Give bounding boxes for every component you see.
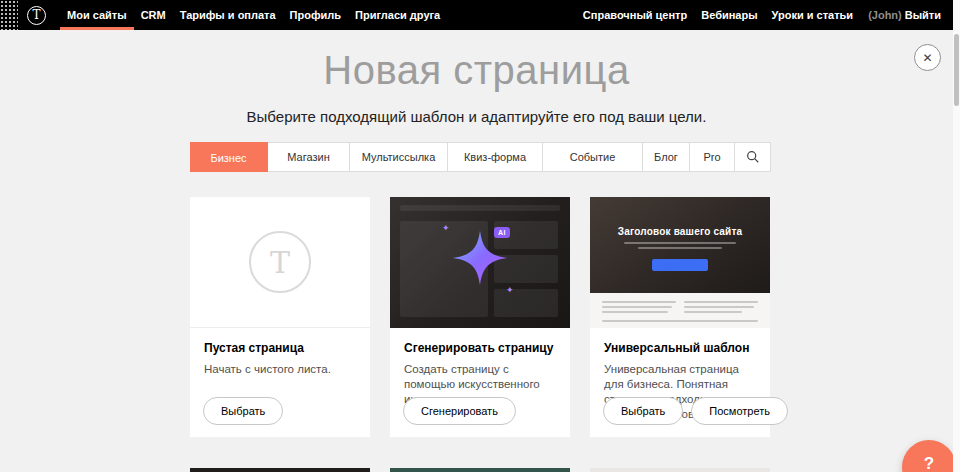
scrollbar-thumb[interactable] (954, 34, 959, 106)
tab-quiz-form[interactable]: Квиз-форма (448, 143, 543, 171)
nav-lessons[interactable]: Уроки и статьи (765, 0, 861, 30)
preview-hero: Заголовок вашего сайта (590, 197, 770, 293)
preview-line (602, 306, 672, 308)
preview-line (624, 242, 736, 244)
preview-button (652, 259, 708, 271)
card-body: Пустая страница Начать с чистого листа. (190, 328, 370, 377)
nav-crm[interactable]: CRM (134, 0, 173, 30)
nav-help-center[interactable]: Справочный центр (576, 0, 694, 30)
card-template (390, 468, 570, 472)
generate-button[interactable]: Сгенерировать (403, 397, 516, 425)
tab-business[interactable]: Бизнес (190, 142, 268, 172)
tilda-logo-watermark: T (249, 231, 311, 293)
texture-pattern (0, 0, 18, 30)
ai-badge: AI (494, 227, 510, 238)
card-title: Сгенерировать страницу (404, 341, 556, 355)
template-preview (390, 468, 570, 472)
template-preview (590, 468, 770, 472)
close-button[interactable]: ✕ (914, 44, 941, 71)
question-mark-icon: ? (924, 454, 934, 472)
preview-heading: Заголовок вашего сайта (590, 226, 770, 237)
logout-link[interactable]: Выйти (902, 9, 943, 21)
tab-blog[interactable]: Блог (643, 143, 690, 171)
card-body: Сгенерировать страницу Создать страницу … (390, 328, 570, 407)
card-actions: Выбрать Посмотреть (603, 397, 788, 425)
sparkle-icon: ✦ (506, 285, 514, 295)
scrollbar-track (953, 0, 960, 472)
tab-multilink[interactable]: Мультиссылка (350, 143, 448, 171)
template-preview (190, 468, 370, 472)
preview-line (684, 306, 754, 308)
tab-pro[interactable]: Pro (690, 143, 735, 171)
preview-line (602, 320, 758, 322)
topbar: T Мои сайты CRM Тарифы и оплата Профиль … (0, 0, 953, 30)
nav-webinars[interactable]: Вебинары (694, 0, 764, 30)
card-template (590, 468, 770, 472)
template-category-tabs: Бизнес Магазин Мультиссылка Квиз-форма С… (190, 142, 771, 172)
preview-line (684, 301, 758, 303)
card-description: Начать с чистого листа. (204, 362, 356, 377)
card-actions: Сгенерировать (403, 397, 516, 425)
card-blank-page: T Пустая страница Начать с чистого листа… (190, 197, 370, 437)
nav-left: Мои сайты CRM Тарифы и оплата Профиль Пр… (60, 0, 447, 30)
card-title: Пустая страница (204, 341, 356, 355)
preview-button[interactable]: Посмотреть (691, 397, 788, 425)
screen: T Мои сайты CRM Тарифы и оплата Профиль … (0, 0, 960, 472)
close-icon: ✕ (922, 51, 932, 65)
card-template (190, 468, 370, 472)
card-title: Универсальный шаблон (604, 341, 756, 355)
preview-line (638, 247, 722, 249)
template-grid: T Пустая страница Начать с чистого листа… (190, 197, 771, 472)
tab-search[interactable] (735, 143, 770, 171)
tab-store[interactable]: Магазин (268, 143, 350, 171)
tilda-logo-letter: T (32, 8, 40, 22)
tilda-logo[interactable]: T (27, 6, 46, 25)
choose-button[interactable]: Выбрать (203, 397, 283, 425)
nav-profile[interactable]: Профиль (283, 0, 348, 30)
tilda-logo-watermark-letter: T (270, 245, 290, 280)
preview-block (494, 289, 558, 317)
nav-tariffs[interactable]: Тарифы и оплата (173, 0, 283, 30)
preview-line (684, 311, 742, 313)
preview-line (602, 311, 668, 313)
ai-generate-preview: AI ✦ ✦ (390, 197, 570, 328)
tab-event[interactable]: Событие (543, 143, 643, 171)
nav-my-sites[interactable]: Мои сайты (60, 0, 134, 30)
nav-right: Справочный центр Вебинары Уроки и статьи… (576, 0, 943, 30)
sparkle-icon: ✦ (442, 223, 450, 233)
blank-page-preview: T (190, 197, 370, 328)
preview-text-section (590, 293, 770, 328)
help-button[interactable]: ? (902, 440, 956, 472)
preview-line (400, 205, 560, 211)
card-actions: Выбрать (203, 397, 283, 425)
universal-template-preview: Заголовок вашего сайта (590, 197, 770, 328)
nav-invite-friend[interactable]: Пригласи друга (348, 0, 447, 30)
user-name: (John) (860, 9, 902, 21)
page-title: Новая страница (0, 48, 953, 93)
page-subtitle: Выберите подходящий шаблон и адаптируйте… (0, 108, 953, 125)
choose-button[interactable]: Выбрать (603, 397, 683, 425)
preview-line (602, 301, 676, 303)
card-universal-template: Заголовок вашего сайта Универсальный шаб… (590, 197, 770, 437)
card-ai-generate: AI ✦ ✦ Сгенерировать страницу Создать ст… (390, 197, 570, 437)
search-icon (746, 150, 760, 164)
